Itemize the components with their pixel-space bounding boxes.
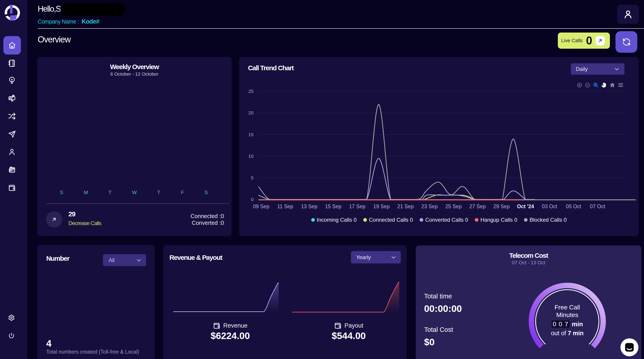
svg-text:25 Sep: 25 Sep [446, 204, 462, 209]
svg-text:17 Sep: 17 Sep [349, 204, 366, 209]
svg-text:23 Sep: 23 Sep [422, 204, 438, 209]
svg-text:21 Sep: 21 Sep [398, 204, 414, 209]
svg-text:5: 5 [251, 175, 254, 180]
svg-text:11 Sep: 11 Sep [277, 204, 293, 209]
svg-text:Oct '24: Oct '24 [517, 204, 534, 209]
svg-text:15 Sep: 15 Sep [325, 204, 342, 209]
svg-text:27 Sep: 27 Sep [470, 204, 486, 209]
svg-text:15: 15 [248, 132, 254, 137]
svg-text:0: 0 [251, 197, 254, 202]
svg-text:03 Oct: 03 Oct [542, 204, 557, 209]
svg-text:20: 20 [248, 110, 254, 115]
svg-text:19 Sep: 19 Sep [374, 204, 390, 209]
svg-text:29 Sep: 29 Sep [494, 204, 510, 209]
svg-text:10: 10 [248, 154, 254, 159]
svg-text:25: 25 [248, 89, 254, 94]
svg-text:09 Sep: 09 Sep [253, 204, 270, 209]
svg-text:05 Oct: 05 Oct [566, 204, 581, 209]
svg-text:07 Oct: 07 Oct [590, 204, 605, 209]
svg-text:13 Sep: 13 Sep [301, 204, 318, 209]
